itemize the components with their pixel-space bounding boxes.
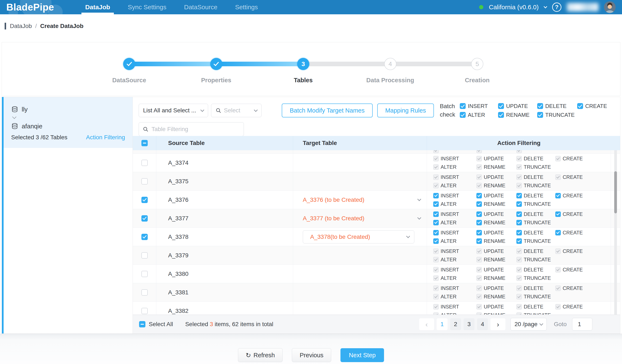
row-checkbox[interactable] (141, 160, 148, 166)
action-label: RENAME (484, 294, 505, 300)
action-checkbox-delete[interactable] (516, 211, 522, 217)
step-node-creation: 5Creation (471, 58, 483, 70)
batch-checkbox-rename[interactable] (498, 112, 504, 118)
pagination-page-1[interactable]: 1 (437, 318, 447, 330)
column-filter-select[interactable]: Select (211, 104, 262, 117)
pagination-page-2[interactable]: 2 (450, 318, 461, 330)
page-size-select[interactable]: 20 /page (510, 318, 547, 330)
chevron-down-icon[interactable] (544, 5, 547, 8)
next-step-button[interactable]: Next Step (340, 348, 384, 362)
action-checkbox-create (555, 174, 561, 180)
action-checkbox-alter (433, 312, 439, 315)
action-checkbox-alter[interactable] (433, 238, 439, 244)
batch-checkbox-delete[interactable] (537, 103, 543, 109)
nav-tab-datajob[interactable]: DataJob (85, 0, 110, 14)
batch-checkbox-update[interactable] (498, 103, 504, 109)
action-checkbox-update[interactable] (476, 193, 482, 198)
env-selector[interactable]: California (v0.6.0) (489, 3, 539, 11)
source-table-name: A_3380 (168, 270, 189, 277)
pagination-prev-button[interactable]: ‹ (419, 318, 434, 330)
action-checkbox-create[interactable] (555, 193, 561, 198)
row-checkbox[interactable] (141, 308, 148, 314)
row-checkbox[interactable] (141, 234, 148, 240)
action-checkbox-create[interactable] (555, 211, 561, 217)
select-all-footer-checkbox[interactable] (139, 321, 145, 327)
row-checkbox[interactable] (141, 197, 148, 203)
action-checkbox-truncate[interactable] (516, 238, 522, 244)
action-label: RENAME (484, 201, 505, 207)
action-checkbox-insert[interactable] (433, 211, 439, 217)
action-checkbox-delete[interactable] (516, 193, 522, 198)
action-checkbox (476, 150, 482, 153)
action-label: RENAME (484, 312, 505, 315)
row-checkbox[interactable] (141, 271, 148, 277)
source-table-name: A_3381 (168, 289, 189, 296)
table-filter-input[interactable] (152, 126, 240, 133)
batch-modify-target-names-button[interactable]: Batch Modify Target Names (282, 103, 373, 117)
action-checkbox-create[interactable] (555, 230, 561, 235)
action-checkbox-delete[interactable] (516, 230, 522, 235)
action-label: TRUNCATE (524, 201, 551, 207)
nav-tab-settings[interactable]: Settings (235, 0, 258, 14)
target-table-select[interactable]: A_3377 (to be Created) (303, 215, 421, 222)
previous-button[interactable]: Previous (292, 348, 331, 362)
action-checkbox-truncate[interactable] (516, 220, 522, 225)
row-checkbox[interactable] (141, 215, 148, 222)
nav-tab-datasource[interactable]: DataSource (184, 0, 217, 14)
action-checkbox-update[interactable] (476, 230, 482, 235)
list-mode-value: List All and Select ... (143, 107, 198, 114)
action-checkbox-rename[interactable] (476, 220, 482, 225)
goto-label: Goto (554, 321, 567, 328)
row-checkbox[interactable] (141, 289, 148, 296)
scrollbar-thumb[interactable] (614, 171, 617, 213)
action-label: INSERT (441, 304, 459, 310)
batch-checkbox-label: UPDATE (506, 103, 528, 109)
action-label: TRUNCATE (524, 220, 551, 226)
pagination-next-button[interactable]: › (490, 318, 505, 330)
action-checkbox-alter[interactable] (433, 220, 439, 225)
mapping-rules-button[interactable]: Mapping Rules (377, 103, 434, 117)
action-label: CREATE (563, 193, 583, 199)
brand-logo[interactable]: BladePipe (6, 1, 54, 13)
check-icon (126, 61, 132, 66)
action-label: RENAME (484, 275, 505, 281)
goto-page-input[interactable] (572, 318, 592, 330)
action-label: ALTER (441, 294, 457, 300)
step-circle-2 (210, 58, 222, 70)
avatar[interactable] (604, 1, 616, 13)
batch-checkbox-alter[interactable] (460, 112, 466, 118)
nav-tab-sync-settings[interactable]: Sync Settings (128, 0, 166, 14)
action-checkbox-insert[interactable] (433, 193, 439, 198)
action-checkbox-delete (516, 174, 522, 180)
action-filtering-link[interactable]: Action Filtering (86, 134, 125, 141)
breadcrumb-parent[interactable]: DataJob (10, 23, 32, 29)
batch-checkbox-label: CREATE (585, 103, 607, 109)
list-mode-select[interactable]: List All and Select ... (139, 104, 208, 117)
row-checkbox[interactable] (141, 178, 148, 185)
batch-checkbox-label: INSERT (468, 103, 488, 109)
target-table-select[interactable]: A_3376 (to be Created) (303, 196, 421, 203)
pagination-page-4[interactable]: 4 (477, 318, 488, 330)
summary-prefix: Selected (185, 321, 210, 327)
pagination-page-3[interactable]: 3 (464, 318, 474, 330)
select-all-checkbox[interactable] (141, 140, 148, 146)
action-checkbox-rename[interactable] (476, 238, 482, 244)
batch-checkbox-label: RENAME (506, 112, 529, 118)
schema-pair-item[interactable]: lly afanqie Selected 3 /62 Tables Action… (3, 97, 133, 148)
batch-checkbox-create[interactable] (577, 103, 583, 109)
action-checkbox-insert (433, 249, 439, 254)
action-checkbox-truncate[interactable] (516, 201, 522, 207)
target-table-select[interactable]: A_3378(to be Created) (303, 230, 414, 243)
table-row: A_3382INSERTALTERUPDATERENAMEDELETETRUNC… (133, 302, 620, 315)
step-label: Properties (201, 77, 231, 84)
action-checkbox-rename[interactable] (476, 201, 482, 207)
action-checkbox-update[interactable] (476, 211, 482, 217)
refresh-button[interactable]: ↻ Refresh (238, 348, 283, 362)
action-checkbox-alter[interactable] (433, 201, 439, 207)
row-checkbox[interactable] (141, 252, 148, 259)
help-icon[interactable]: ? (552, 2, 561, 12)
batch-checkbox-insert[interactable] (460, 103, 466, 109)
action-checkbox-insert[interactable] (433, 230, 439, 235)
username-blurred[interactable] (567, 3, 599, 11)
batch-checkbox-truncate[interactable] (537, 112, 543, 118)
